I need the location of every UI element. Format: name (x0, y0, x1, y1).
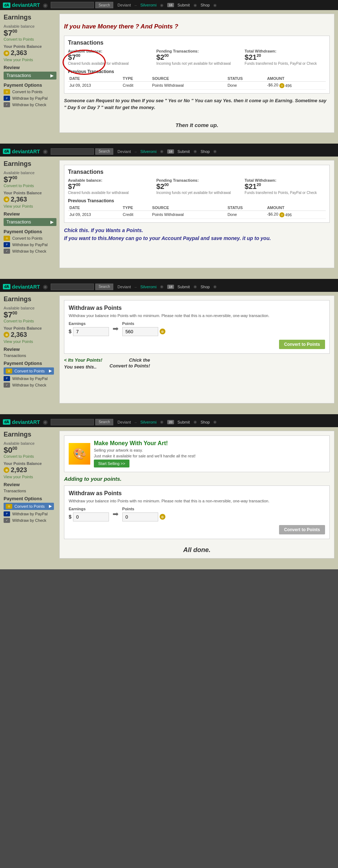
view-points-link-1[interactable]: View your Points (4, 58, 56, 62)
earnings-title-3: Earnings (4, 295, 56, 303)
earnings-input-row-3: $ (69, 327, 109, 336)
stat-with-val-2: $2120 (245, 182, 326, 191)
nav-shop-link-2[interactable]: Shop (201, 149, 210, 154)
convert-to-points-link-2[interactable]: Convert to Points (4, 184, 56, 188)
nav-user-4[interactable]: Silveromi (140, 420, 156, 424)
search-button-1[interactable]: Search (95, 2, 113, 8)
search-input-2[interactable] (51, 148, 94, 155)
make-money-desc1-4: Selling your artwork is easy. (94, 448, 196, 452)
nav-search-wrap: Search (51, 2, 113, 8)
points-label-1: Your Points Balance (4, 44, 56, 49)
points-circle-1: ◎ (279, 83, 284, 88)
payment-check-4[interactable]: ✓ Withdraw by Check (4, 518, 56, 523)
earnings-col-label-4: Earnings (69, 507, 109, 511)
points-chip-2: ◎496 (279, 212, 292, 217)
nav-messages-badge-1[interactable]: 16 (167, 3, 174, 7)
convert-btn-3[interactable]: Convert to Points (279, 340, 325, 349)
stat-pending-value-1: $200 (156, 53, 238, 62)
nav-msg-badge-4[interactable]: 20 (167, 420, 174, 424)
nav-messages-badge-2[interactable]: 16 (167, 149, 174, 154)
view-pts-4[interactable]: View your Points (4, 475, 56, 479)
points-input-4[interactable] (122, 512, 158, 521)
payment-check-1[interactable]: ✓ Withdraw by Check (4, 102, 56, 107)
payment-convert-active-4[interactable]: ◎ Convert to Points ▶ (4, 503, 54, 510)
nav-submit-link[interactable]: Submit (178, 3, 190, 7)
nav-submit-3[interactable]: Submit (178, 285, 190, 289)
available-amount-1: $700 (4, 29, 56, 37)
chevron-right-icon-1: ▶ (50, 73, 54, 78)
payment-paypal-4[interactable]: P Withdraw by PayPal (4, 511, 56, 516)
arrow-icon-4: ➡ (113, 510, 119, 518)
points-amount-1: 2,363 (11, 49, 27, 57)
points-pay-icon-3: ◎ (6, 369, 12, 374)
col-status-1: STATUS (226, 76, 266, 82)
search-button-3[interactable]: Search (95, 284, 113, 290)
nav-dot-2: – (134, 3, 137, 7)
nav-submit-link-2[interactable]: Submit (178, 149, 190, 154)
payment-paypal-1[interactable]: P Withdraw by PayPal (4, 96, 56, 101)
transactions-plain-4: Transactions (4, 489, 56, 493)
earnings-input-3[interactable] (73, 327, 109, 336)
start-selling-btn-4[interactable]: Start Selling >> (94, 460, 129, 467)
earnings-title-4: Earnings (4, 431, 56, 438)
make-money-title-4: Make Money With Your Art! (94, 440, 196, 447)
convert-link-3[interactable]: Convert to Points (4, 319, 56, 323)
nav-shop-3[interactable]: Shop (201, 285, 210, 289)
points-row-3: ◎ 2,363 (4, 331, 56, 339)
payment-paypal-3[interactable]: P Withdraw by PayPal (4, 376, 56, 381)
search-button-2[interactable]: Search (95, 148, 113, 155)
main-content-2: Transactions Available balance: $700 Cle… (59, 160, 334, 268)
nav-deviant-label-2: Deviant (118, 149, 131, 154)
stat-avail-val-2: $700 (68, 182, 149, 191)
convert-link-4[interactable]: Convert to Points (4, 454, 56, 458)
section-sep-1 (0, 144, 338, 146)
points-amount-3: 2,363 (11, 331, 27, 339)
nav-shop-link[interactable]: Shop (201, 3, 210, 7)
points-circle-2: ◎ (279, 212, 284, 217)
transactions-box-1: Transactions Available balance: $700 Cle… (64, 36, 330, 94)
section-4: Earnings Available balance $000 Convert … (0, 427, 338, 569)
available-label-1: Available balance (4, 24, 56, 28)
payment-check-2[interactable]: ✓ Withdraw by Check (4, 249, 56, 254)
stat-pending-2: Pending Transactions: $200 Incoming fund… (156, 178, 238, 195)
nav-deviant-4: Deviant (118, 420, 131, 424)
search-input-3[interactable] (51, 284, 94, 290)
stat-with-label-2: Total Withdrawn: (245, 178, 326, 182)
nav-msg-badge-3[interactable]: 18 (167, 285, 174, 289)
nav-shop-4[interactable]: Shop (201, 420, 210, 424)
make-money-content-4: Make Money With Your Art! Selling your a… (94, 440, 196, 467)
payment-convert-1[interactable]: ◎ Convert to Points (4, 89, 56, 94)
convert-to-points-link-1[interactable]: Convert to Points (4, 37, 56, 41)
view-points-link-2[interactable]: View your Points (4, 204, 56, 208)
points-input-row-3: ◎ (122, 327, 165, 336)
stat-available-2: Available balance: $700 Cleared funds av… (68, 178, 149, 195)
prev-trans-title-2: Previous Transactions (68, 198, 326, 203)
points-col-4: Points ◎ (122, 507, 165, 521)
col-source-2: SOURCE (151, 205, 226, 211)
convert-btn-4[interactable]: Convert to Points (279, 525, 325, 534)
points-input-3[interactable] (122, 327, 158, 336)
nav-user-link-2[interactable]: Silveromi (140, 149, 156, 154)
nav-user-3[interactable]: Silveromi (140, 285, 156, 289)
nav-submit-4[interactable]: Submit (178, 420, 190, 424)
earnings-input-4[interactable] (73, 512, 109, 521)
make-money-box-4: 🎨 Make Money With Your Art! Selling your… (64, 435, 330, 472)
dollar-sign-4: $ (69, 514, 72, 520)
main-content-3: Withdraw as Points Withdraw your balance… (59, 295, 334, 403)
search-input-4[interactable] (51, 419, 94, 425)
view-pts-3[interactable]: View your Points (4, 339, 56, 344)
review-title-2: Review (4, 211, 56, 217)
payment-convert-active-3[interactable]: ◎ Convert to Points ▶ (4, 367, 54, 375)
payment-check-3[interactable]: ✓ Withdraw by Check (4, 383, 56, 388)
transactions-nav-item-2[interactable]: Transactions ▶ (4, 218, 56, 226)
payment-paypal-2[interactable]: P Withdraw by PayPal (4, 242, 56, 247)
search-button-4[interactable]: Search (95, 419, 113, 425)
nav-dot-1: ◉ (43, 2, 48, 9)
search-input-1[interactable] (51, 2, 94, 8)
table-row-1: Jul 09, 2013 Credit Points Withdrawal Do… (68, 81, 326, 89)
paypal-icon-1: P (4, 96, 10, 101)
transactions-nav-item-1[interactable]: Transactions ▶ (4, 72, 56, 80)
nav-user-link[interactable]: Silveromi (140, 3, 156, 7)
payment-convert-2[interactable]: ◎ Convert to Points (4, 236, 56, 241)
cell-amount-2: -$6.20 ◎496 (266, 211, 326, 218)
